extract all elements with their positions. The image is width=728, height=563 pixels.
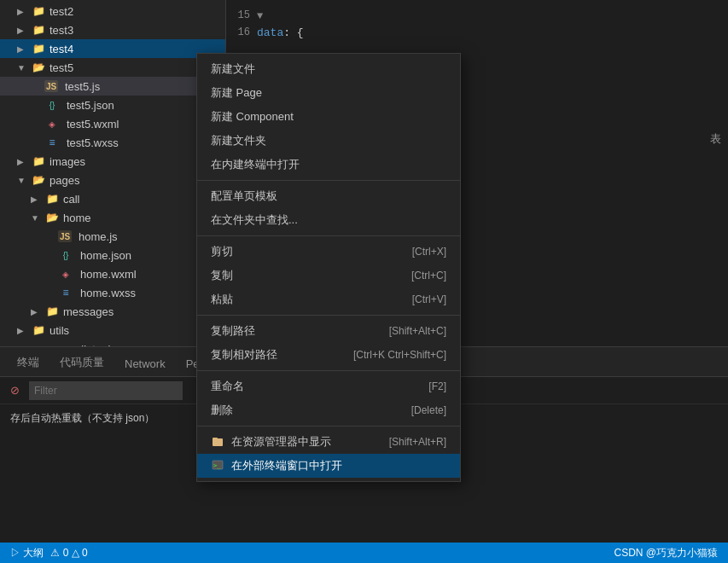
label-test4: test4 (50, 43, 73, 55)
ctx-new-component[interactable]: 新建 Component (197, 105, 460, 129)
label-home: home (63, 212, 91, 224)
sidebar-item-homewxss[interactable]: ▶ ≡ home.wxss (0, 283, 225, 302)
ctx-config-template[interactable]: 配置单页模板 (197, 184, 460, 208)
json-icon-home: {} (58, 247, 73, 263)
tab-network[interactable]: Network (114, 352, 176, 376)
ctx-new-folder-label: 新建文件夹 (211, 133, 266, 148)
line-content-15: ▼ (257, 9, 263, 22)
arrow-test4: ▶ (17, 44, 31, 54)
sidebar-item-test5wxss[interactable]: ▶ ≡ test5.wxss (0, 133, 225, 152)
ctx-new-file[interactable]: 新建文件 (197, 57, 460, 81)
label-test5wxss: test5.wxss (67, 136, 119, 149)
arrow-test5: ▼ (17, 63, 31, 73)
line-num-15: 15 (230, 9, 257, 21)
sidebar-item-test3[interactable]: ▶ 📁 test3 (0, 20, 225, 39)
folder-icon-test5: 📂 (31, 60, 46, 75)
svg-text:>_: >_ (213, 462, 221, 469)
wxml-icon-test5: ◈ (44, 116, 60, 131)
terminal-icon: >_ (211, 459, 224, 473)
ctx-open-external[interactable]: >_ 在外部终端窗口中打开 (197, 454, 460, 478)
tab-code-quality[interactable]: 代码质量 (50, 350, 114, 376)
line-content-16: data: { (257, 26, 304, 39)
label-test5wxml: test5.wxml (67, 118, 119, 131)
branding: CSDN @巧克力小猫猿 (614, 546, 718, 560)
ctx-sep-3 (197, 315, 460, 316)
arrow-messages: ▶ (31, 307, 44, 316)
ctx-sep-4 (197, 370, 460, 371)
label-homejs: home.js (79, 230, 118, 243)
folder-icon-images: 📁 (31, 154, 46, 169)
ctx-sep-1 (197, 180, 460, 181)
sidebar-item-test5json[interactable]: ▶ {} test5.json (0, 96, 225, 114)
prohibit-icon[interactable]: ⊘ (7, 383, 22, 398)
sidebar-item-pages[interactable]: ▼ 📂 pages (0, 171, 225, 189)
ctx-new-page[interactable]: 新建 Page (197, 81, 460, 105)
label-utils: utils (50, 324, 69, 337)
svg-rect-1 (213, 438, 218, 440)
ctx-show-in-explorer[interactable]: 在资源管理器中显示 [Shift+Alt+R] (197, 430, 460, 454)
sidebar-item-homejs[interactable]: ▶ JS home.js (0, 227, 225, 246)
tab-terminal[interactable]: 终端 (7, 350, 50, 376)
sidebar-item-call[interactable]: ▶ 📁 call (0, 189, 225, 208)
sidebar-item-test2[interactable]: ▶ 📁 test2 (0, 2, 225, 20)
sidebar-item-test5wxml[interactable]: ▶ ◈ test5.wxml (0, 114, 225, 133)
ctx-show-in-explorer-shortcut: [Shift+Alt+R] (389, 436, 446, 448)
label-homewxss: home.wxss (80, 287, 136, 299)
ctx-cut-shortcut: [Ctrl+X] (412, 246, 446, 258)
wxss-icon-home: ≡ (58, 285, 73, 300)
sidebar-item-homewxml[interactable]: ▶ ◈ home.wxml (0, 264, 225, 283)
outline-label[interactable]: ▷ 大纲 (10, 546, 44, 560)
folder-icon-test3: 📁 (31, 22, 46, 38)
sidebar-item-home[interactable]: ▼ 📂 home (0, 208, 225, 227)
js-icon-test5: JS (44, 80, 58, 92)
line-num-16: 16 (230, 26, 257, 38)
ctx-rename[interactable]: 重命名 [F2] (197, 374, 460, 398)
label-test3: test3 (50, 24, 73, 37)
sidebar-item-homejson[interactable]: ▶ {} home.json (0, 246, 225, 264)
label-test5: test5 (50, 61, 73, 74)
ctx-copy-relative-label: 复制相对路径 (211, 347, 277, 363)
filter-input[interactable] (29, 381, 183, 400)
ctx-cut[interactable]: 剪切 [Ctrl+X] (197, 240, 460, 264)
ctx-copy-path-label: 复制路径 (211, 323, 255, 339)
ctx-config-template-label: 配置单页模板 (211, 189, 277, 204)
folder-icon-messages: 📁 (44, 304, 60, 319)
sidebar-item-images[interactable]: ▶ 📁 images (0, 152, 225, 171)
wxml-icon-home: ◈ (58, 266, 73, 282)
editor-content: 15 ▼ 16 data: { (226, 0, 728, 48)
label-test2: test2 (50, 5, 73, 18)
sidebar-item-utils[interactable]: ▶ 📁 utils (0, 321, 225, 340)
sidebar-item-messages[interactable]: ▶ 📁 messages (0, 302, 225, 321)
folder-icon-test2: 📁 (31, 3, 46, 19)
js-icon-home: JS (58, 230, 72, 242)
folder-icon-home: 📂 (44, 210, 60, 225)
ctx-copy[interactable]: 复制 [Ctrl+C] (197, 264, 460, 287)
sidebar-item-eslintrc[interactable]: ▶ ● .eslintrc.js (0, 340, 225, 346)
arrow-utils: ▶ (17, 326, 31, 335)
label-homejson: home.json (80, 249, 131, 262)
sidebar-item-test5[interactable]: ▼ 📂 test5 (0, 58, 225, 77)
ctx-new-page-label: 新建 Page (211, 85, 262, 101)
ctx-sep-2 (197, 235, 460, 236)
ctx-delete[interactable]: 删除 [Delete] (197, 398, 460, 422)
status-bar: ▷ 大纲 ⚠ 0 △ 0 CSDN @巧克力小猫猿 (0, 543, 728, 563)
ctx-new-folder[interactable]: 新建文件夹 (197, 129, 460, 153)
ctx-copy-relative[interactable]: 复制相对路径 [Ctrl+K Ctrl+Shift+C] (197, 343, 460, 367)
arrow-home: ▼ (31, 213, 44, 223)
sidebar: ▶ 📁 test2 ▶ 📁 test3 ▶ 📁 test4 ▼ 📂 test5 (0, 0, 226, 346)
arrow-images: ▶ (17, 157, 31, 166)
sidebar-item-test5js[interactable]: ▶ JS test5.js (0, 77, 225, 96)
sidebar-item-test4[interactable]: ▶ 📁 test4 (0, 39, 225, 58)
ctx-open-terminal[interactable]: 在内建终端中打开 (197, 153, 460, 177)
json-icon-test5: {} (44, 97, 60, 113)
ctx-cut-label: 剪切 (211, 244, 233, 259)
ctx-paste-shortcut: [Ctrl+V] (412, 293, 446, 305)
ctx-copy-shortcut: [Ctrl+C] (411, 270, 446, 282)
ctx-paste[interactable]: 粘贴 [Ctrl+V] (197, 287, 460, 311)
ctx-open-terminal-label: 在内建终端中打开 (211, 157, 300, 172)
ctx-copy-relative-shortcut: [Ctrl+K Ctrl+Shift+C] (353, 349, 446, 361)
ctx-copy-path[interactable]: 复制路径 [Shift+Alt+C] (197, 319, 460, 343)
folder-icon-call: 📁 (44, 191, 60, 206)
error-icon: ⚠ (50, 547, 60, 559)
ctx-find-in-folder[interactable]: 在文件夹中查找... (197, 208, 460, 232)
